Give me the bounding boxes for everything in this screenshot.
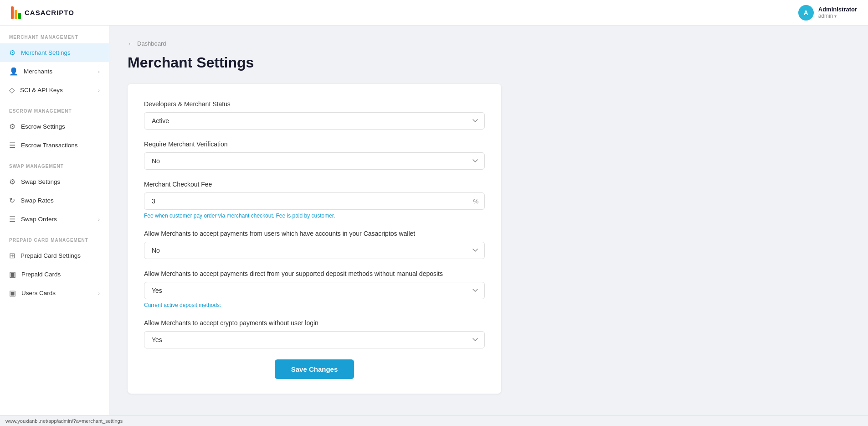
label-require-verification: Require Merchant Verification [144,140,485,148]
chevron-right-icon: › [98,217,100,222]
select-require-verification[interactable]: No Yes [144,152,485,170]
sidebar-item-swap-orders[interactable]: ☰ Swap Orders › [0,210,109,229]
statusbar-url: www.youxianbi.net/app/admin/?a=merchant_… [5,418,123,424]
input-checkout-fee[interactable] [144,192,485,210]
select-direct-payments[interactable]: Yes No [144,282,485,299]
api-icon: ◇ [9,86,15,94]
label-checkout-fee: Merchant Checkout Fee [144,181,485,188]
sidebar-label-prepaid-card-settings: Prepaid Card Settings [21,252,81,259]
form-group-wallet-payments: Allow Merchants to accept payments from … [144,230,485,259]
logo-area: CASACRIPTO [11,6,74,19]
card-icon: ▣ [9,270,16,279]
sidebar-item-escrow-transactions[interactable]: ☰ Escrow Transactions [0,136,109,155]
sidebar-label-escrow-transactions: Escrow Transactions [21,142,78,149]
breadcrumb-label: Dashboard [137,40,166,47]
select-dev-status[interactable]: Active Inactive [144,112,485,130]
gear-icon: ⚙ [9,48,15,57]
sidebar-item-swap-rates[interactable]: ↻ Swap Rates [0,191,109,210]
logo-text: CASACRIPTO [25,9,74,16]
sidebar-label-escrow-settings: Escrow Settings [21,123,65,130]
label-crypto-no-login: Allow Merchants to accept crypto payment… [144,319,485,327]
main-content: ← Dashboard Merchant Settings Developers… [109,26,868,426]
sidebar-label-prepaid-cards: Prepaid Cards [21,271,61,278]
sidebar: MERCHANT MANAGEMENT ⚙ Merchant Settings … [0,26,109,426]
card-icon: ▣ [9,289,16,297]
gear-icon: ⚙ [9,122,15,131]
sidebar-item-merchants[interactable]: 👤 Merchants › [0,62,109,81]
settings-card: Developers & Merchant Status Active Inac… [128,84,501,394]
direct-payments-hint: Current active deposit methods: [144,302,485,308]
checkout-fee-input-wrap: % [144,192,485,210]
sidebar-label-swap-rates: Swap Rates [21,197,54,204]
sidebar-item-swap-settings[interactable]: ⚙ Swap Settings [0,172,109,191]
percent-suffix: % [473,198,478,205]
user-icon: 👤 [9,67,18,76]
sidebar-section-swap: SWAP MANAGEMENT [0,155,109,172]
sidebar-item-users-cards[interactable]: ▣ Users Cards › [0,284,109,302]
avatar: A [798,5,814,21]
label-dev-status: Developers & Merchant Status [144,100,485,108]
form-group-require-verification: Require Merchant Verification No Yes [144,140,485,170]
chevron-right-icon: › [98,291,100,296]
sidebar-item-sci-api[interactable]: ◇ SCI & API Keys › [0,81,109,99]
statusbar: www.youxianbi.net/app/admin/?a=merchant_… [0,415,868,426]
user-area: A Administrator admin ▾ [798,5,857,21]
user-dropdown[interactable]: Administrator admin ▾ [818,6,857,19]
form-group-dev-status: Developers & Merchant Status Active Inac… [144,100,485,130]
list-icon: ☰ [9,141,15,150]
page-title: Merchant Settings [128,54,850,71]
save-changes-button[interactable]: Save Changes [275,359,354,379]
label-wallet-payments: Allow Merchants to accept payments from … [144,230,485,237]
checkout-fee-hint: Fee when customer pay order via merchant… [144,213,485,219]
sidebar-label-merchants: Merchants [24,68,52,75]
breadcrumb[interactable]: ← Dashboard [128,40,850,47]
sidebar-item-prepaid-card-settings[interactable]: ⊞ Prepaid Card Settings [0,246,109,265]
form-group-checkout-fee: Merchant Checkout Fee % Fee when custome… [144,181,485,219]
back-arrow-icon: ← [128,40,134,47]
form-group-crypto-no-login: Allow Merchants to accept crypto payment… [144,319,485,348]
sidebar-label-sci-api: SCI & API Keys [20,87,63,94]
sidebar-label-swap-orders: Swap Orders [21,216,57,223]
topbar: CASACRIPTO A Administrator admin ▾ [0,0,868,26]
sidebar-label-swap-settings: Swap Settings [21,178,60,185]
sidebar-label-merchant-settings: Merchant Settings [21,49,71,56]
list-icon: ☰ [9,215,15,223]
user-name: Administrator [818,6,857,13]
sidebar-item-prepaid-cards[interactable]: ▣ Prepaid Cards [0,265,109,284]
user-role: admin ▾ [818,13,857,19]
grid-icon: ⊞ [9,251,15,260]
select-crypto-no-login[interactable]: Yes No [144,331,485,348]
sidebar-item-merchant-settings[interactable]: ⚙ Merchant Settings [0,43,109,62]
refresh-icon: ↻ [9,196,15,205]
select-wallet-payments[interactable]: No Yes [144,242,485,259]
chevron-down-icon: ▾ [834,14,837,19]
gear-icon: ⚙ [9,177,15,186]
sidebar-item-escrow-settings[interactable]: ⚙ Escrow Settings [0,117,109,136]
sidebar-section-merchant: MERCHANT MANAGEMENT [0,26,109,43]
sidebar-section-prepaid: PREPAID CARD MANAGEMENT [0,229,109,246]
sidebar-label-users-cards: Users Cards [21,290,56,296]
logo-icon [11,6,21,19]
chevron-right-icon: › [98,88,100,93]
sidebar-section-escrow: ESCROW MANAGEMENT [0,99,109,117]
layout: MERCHANT MANAGEMENT ⚙ Merchant Settings … [0,26,868,426]
form-group-direct-payments: Allow Merchants to accept payments direc… [144,270,485,308]
chevron-right-icon: › [98,69,100,74]
label-direct-payments: Allow Merchants to accept payments direc… [144,270,485,277]
